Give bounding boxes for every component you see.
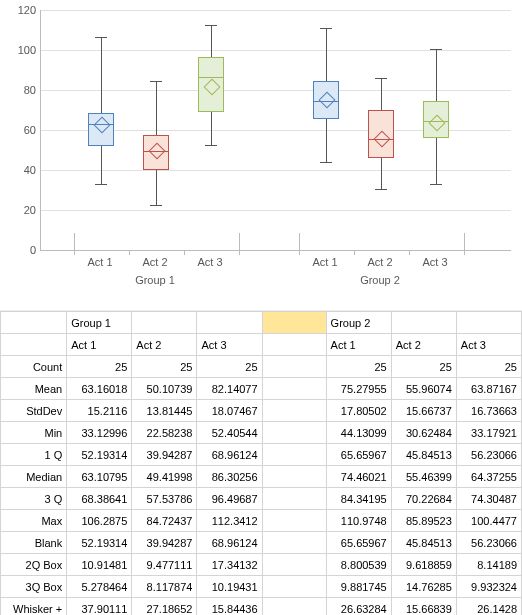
x-tick <box>129 250 130 255</box>
cap-max <box>205 25 217 26</box>
table-cell <box>197 312 262 334</box>
table-cell: Act 2 <box>132 334 197 356</box>
table-cell: 8.117874 <box>132 576 197 598</box>
whisker-upper <box>381 78 382 109</box>
table-cell: 55.46399 <box>391 466 456 488</box>
x-tick-label: Act 1 <box>312 256 337 268</box>
whisker-upper <box>101 37 102 113</box>
x-tick-label: Act 2 <box>367 256 392 268</box>
table-cell: 45.84513 <box>391 532 456 554</box>
group-tick <box>239 233 240 255</box>
x-tick <box>184 250 185 255</box>
table-cell: 10.19431 <box>197 576 262 598</box>
table-cell: Act 1 <box>67 334 132 356</box>
box-Group2-Act2 <box>368 10 394 250</box>
box-Group2-Act1 <box>313 10 339 250</box>
table-cell <box>262 554 326 576</box>
table-cell: 8.14189 <box>456 554 521 576</box>
table-cell: 56.23066 <box>456 532 521 554</box>
y-tick-label: 0 <box>0 244 36 256</box>
table-cell: 63.87167 <box>456 378 521 400</box>
x-tick-label: Act 3 <box>422 256 447 268</box>
table-cell: 25 <box>67 356 132 378</box>
whisker-lower <box>101 146 102 184</box>
table-cell: Act 1 <box>326 334 391 356</box>
table-cell: 5.278464 <box>67 576 132 598</box>
table-cell <box>262 510 326 532</box>
box-Group1-Act3 <box>198 10 224 250</box>
table-cell: 45.84513 <box>391 444 456 466</box>
table-cell: 74.30487 <box>456 488 521 510</box>
row-header-cell <box>1 334 67 356</box>
table-cell: 56.23066 <box>456 444 521 466</box>
table-cell: 96.49687 <box>197 488 262 510</box>
whisker-upper <box>326 28 327 81</box>
table-cell <box>262 356 326 378</box>
group-label: Group 1 <box>135 274 175 286</box>
group-tick <box>299 233 300 255</box>
table-cell: 17.34132 <box>197 554 262 576</box>
table-cell: 10.91481 <box>67 554 132 576</box>
table-cell <box>262 334 326 356</box>
y-tick-label: 80 <box>0 84 36 96</box>
cap-min <box>150 205 162 206</box>
table-cell: 25 <box>391 356 456 378</box>
table-cell: 63.16018 <box>67 378 132 400</box>
table-cell: 8.800539 <box>326 554 391 576</box>
table-cell: Act 3 <box>456 334 521 356</box>
row-header-cell: StdDev <box>1 400 67 422</box>
boxplot-chart: 020406080100120 Act 1Act 2Act 3Group 1Ac… <box>0 0 522 311</box>
table-cell: 49.41998 <box>132 466 197 488</box>
table-cell: 82.14077 <box>197 378 262 400</box>
whisker-lower <box>211 112 212 145</box>
table-cell: 44.13099 <box>326 422 391 444</box>
table-cell: 15.2116 <box>67 400 132 422</box>
plot-area <box>40 10 511 251</box>
whisker-upper <box>211 25 212 57</box>
cap-max <box>150 81 162 82</box>
table-cell: 30.62484 <box>391 422 456 444</box>
x-tick-label: Act 1 <box>87 256 112 268</box>
table-cell: 52.19314 <box>67 444 132 466</box>
row-header-cell: 1 Q <box>1 444 67 466</box>
table-cell <box>262 312 326 334</box>
table-cell: 16.73663 <box>456 400 521 422</box>
table-cell <box>262 576 326 598</box>
cap-min <box>205 145 217 146</box>
table-cell <box>262 598 326 616</box>
table-cell: 100.4477 <box>456 510 521 532</box>
table-cell: 39.94287 <box>132 444 197 466</box>
box-Group2-Act3 <box>423 10 449 250</box>
row-header-cell: Median <box>1 466 67 488</box>
row-header-cell: 3 Q <box>1 488 67 510</box>
y-tick-label: 20 <box>0 204 36 216</box>
table-cell: 25 <box>326 356 391 378</box>
table-cell: 17.80502 <box>326 400 391 422</box>
row-header-cell: Blank <box>1 532 67 554</box>
table-cell: 65.65967 <box>326 532 391 554</box>
table-cell: Act 2 <box>391 334 456 356</box>
table-cell: 50.10739 <box>132 378 197 400</box>
table-cell: 63.10795 <box>67 466 132 488</box>
group-tick <box>74 233 75 255</box>
table-cell <box>262 488 326 510</box>
row-header-cell: 3Q Box <box>1 576 67 598</box>
row-header-cell: Min <box>1 422 67 444</box>
table-cell: 70.22684 <box>391 488 456 510</box>
table-cell: 106.2875 <box>67 510 132 532</box>
table-cell: 68.38641 <box>67 488 132 510</box>
table-cell: 27.18652 <box>132 598 197 616</box>
table-cell: 33.12996 <box>67 422 132 444</box>
table-cell: 14.76285 <box>391 576 456 598</box>
table-cell <box>456 312 521 334</box>
group-label: Group 2 <box>360 274 400 286</box>
table-cell <box>262 422 326 444</box>
row-header-cell: Count <box>1 356 67 378</box>
table-cell: 9.881745 <box>326 576 391 598</box>
whisker-lower <box>436 138 437 184</box>
box-Group1-Act2 <box>143 10 169 250</box>
table-cell: Group 1 <box>67 312 132 334</box>
table-cell <box>262 444 326 466</box>
cap-min <box>320 162 332 163</box>
y-tick-label: 40 <box>0 164 36 176</box>
